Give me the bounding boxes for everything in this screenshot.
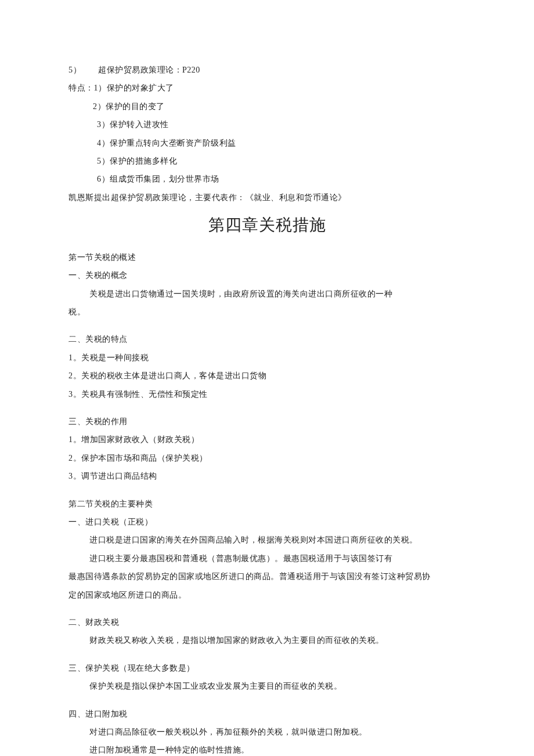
feature-6: 6）组成货币集团，划分世界市场	[68, 173, 466, 186]
section2-sub2-heading: 二、财政关税	[68, 616, 466, 629]
feature-3: 3）保护转入进攻性	[68, 118, 466, 131]
section1-sub2-heading: 二、关税的特点	[68, 333, 466, 346]
section2-sub3-p1: 保护关税是指以保护本国工业或农业发展为主要目的而征收的关税。	[68, 680, 466, 693]
section2-sub1-p1: 进口税是进口国家的海关在外国商品输入时，根据海关税则对本国进口商所征收的关税。	[68, 534, 466, 547]
section2-sub2-p1: 财政关税又称收入关税，是指以增加国家的财政收入为主要目的而征收的关税。	[68, 634, 466, 647]
section1-sub3-item2: 2。保护本国市场和商品（保护关税）	[68, 452, 466, 465]
section2-sub4-heading: 四、进口附加税	[68, 708, 466, 721]
section1-sub3-item1: 1。增加国家财政收入（财政关税）	[68, 433, 466, 446]
section1-sub1-heading: 一、关税的概念	[68, 269, 466, 282]
keynes-note: 凯恩斯提出超保护贸易政策理论，主要代表作：《就业、利息和货币通论》	[68, 191, 466, 204]
theory-heading: 5） 超保护贸易政策理论：P220	[68, 64, 466, 77]
section1-sub3-item3: 3。调节进出口商品结构	[68, 470, 466, 483]
section2-sub1-p3: 最惠国待遇条款的贸易协定的国家或地区所进口的商品。普通税适用于与该国没有签订这种…	[68, 570, 466, 583]
section1-title: 第一节关税的概述	[68, 251, 466, 264]
feature-2: 2）保护的目的变了	[68, 100, 466, 113]
feature-4: 4）保护重点转向大垄断资产阶级利益	[68, 137, 466, 150]
section2-title: 第二节关税的主要种类	[68, 498, 466, 511]
features-label: 特点：1）保护的对象扩大了	[68, 82, 466, 95]
section2-sub3-heading: 三、保护关税（现在绝大多数是）	[68, 662, 466, 675]
section2-sub4-p2: 进口附加税通常是一种特定的临时性措施。	[68, 744, 466, 756]
section2-sub1-heading: 一、进口关税（正税）	[68, 516, 466, 529]
section2-sub1-p2: 进口税主要分最惠国税和普通税（普惠制最优惠）。最惠国税适用于与该国签订有	[68, 552, 466, 565]
section1-sub1-p1: 关税是进出口货物通过一国关境时，由政府所设置的海关向进出口商所征收的一种	[68, 288, 466, 301]
section2-sub4-p1: 对进口商品除征收一般关税以外，再加征额外的关税，就叫做进口附加税。	[68, 726, 466, 739]
section1-sub1-p2: 税。	[68, 306, 466, 319]
section1-sub3-heading: 三、关税的作用	[68, 415, 466, 428]
feature-5: 5）保护的措施多样化	[68, 155, 466, 168]
section1-sub2-item1: 1。关税是一种间接税	[68, 352, 466, 364]
section1-sub2-item3: 3。关税具有强制性、无偿性和预定性	[68, 388, 466, 401]
section2-sub1-p4: 定的国家或地区所进口的商品。	[68, 589, 466, 602]
chapter-title: 第四章关税措施	[68, 212, 466, 238]
section1-sub2-item2: 2。关税的税收主体是进出口商人，客体是进出口货物	[68, 370, 466, 382]
